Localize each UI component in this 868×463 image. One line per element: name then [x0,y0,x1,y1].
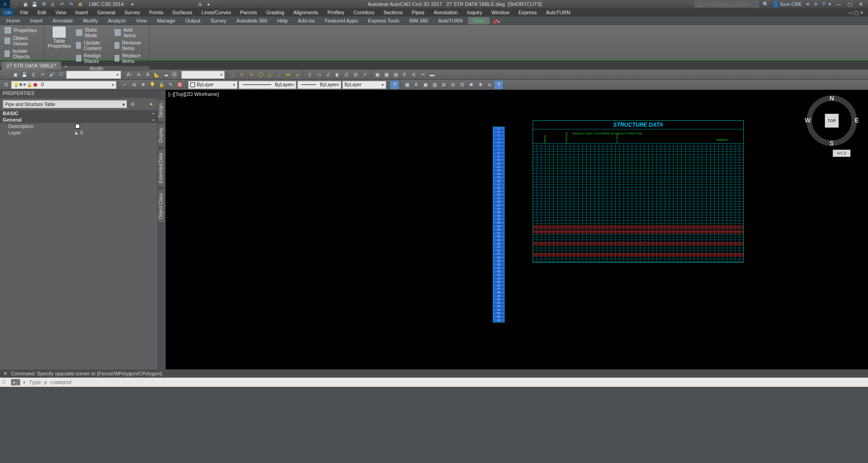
block-insert-icon[interactable]: ▦ [373,71,381,79]
xref-icon[interactable]: ⎘ [401,71,409,79]
lineweight-combo[interactable]: ByLayer [239,81,296,89]
palette-tab-objectclass[interactable]: Object Class [157,189,166,223]
dim-angular-icon[interactable]: ∠ [324,71,332,79]
qat-plot-icon[interactable]: ⎙ [50,1,56,7]
ribbon-tab-insert[interactable]: Insert [25,17,47,24]
ribbon-tab-featuredapps[interactable]: Featured Apps [320,17,362,24]
command-handle-icon[interactable]: ⠿ [2,379,8,385]
menu-view[interactable]: View [51,10,71,15]
qat-undo-icon[interactable]: ↶ [59,1,65,7]
tb-ts3-icon[interactable]: A [144,71,152,79]
block-edit-icon[interactable]: ▤ [391,71,400,79]
dim-linear-icon[interactable]: ▯ [306,71,314,79]
layer-lock-icon[interactable]: 🔒 [157,81,166,89]
property-value[interactable] [73,123,157,129]
ribbon-add-items[interactable]: Add Items [114,27,145,39]
menu-survey[interactable]: Survey [120,10,145,15]
qat-new-icon[interactable]: ▫ [13,1,19,7]
category-basic[interactable]: BASIC– [0,110,157,117]
close-button[interactable]: ✕ [857,1,864,7]
ribbon-tab-view[interactable]: View [131,17,151,24]
qat-share-icon[interactable]: ⇲ [196,1,203,7]
osnap-perp-icon[interactable]: ⟂ [275,71,283,79]
tb-plot-icon[interactable]: ⎙ [29,71,38,79]
ribbon-object-viewer[interactable]: Object Viewer [4,35,40,47]
viewcube-south[interactable]: S [829,139,834,147]
wcs-button[interactable]: WCS [833,150,851,157]
qat-share-dropdown-icon[interactable]: ▾ [206,1,212,7]
ribbon-update-content[interactable]: Update Content [75,39,109,51]
ribbon-tab-analyze[interactable]: Analyze [103,17,130,24]
workspace-gear-icon[interactable]: ✿ [77,1,83,7]
menu-file[interactable]: File [16,10,33,15]
menu-linescurves[interactable]: Lines/Curves [197,10,235,15]
menu-window[interactable]: Window [487,10,514,15]
ribbon-tab-expresstools[interactable]: Express Tools [363,17,404,24]
viewcube-east[interactable]: E [855,117,859,124]
ribbon-realign-stacks[interactable]: Realign Stacks [75,52,109,64]
dim-radius-icon[interactable]: ◐ [333,71,341,79]
menu-corridors[interactable]: Corridors [349,10,378,15]
ribbon-static-mode[interactable]: Static Mode [75,27,109,39]
menu-general[interactable]: General [93,10,120,15]
tb-find-icon[interactable]: 🗨 [57,71,65,79]
layer-combo[interactable]: 💡❄☀🔒 0 [11,81,117,89]
viewcube[interactable]: TOP N S E W [807,95,857,146]
property-row-description[interactable]: Description [0,123,157,129]
table-props-icon[interactable]: ☰ [458,81,466,89]
menu-alignments[interactable]: Alignments [289,10,323,15]
menu-sections[interactable]: Sections [379,10,407,15]
ribbon-isolate-objects[interactable]: Isolate Objects [4,48,40,60]
command-prompt-icon[interactable]: ▸_ [11,379,20,385]
workspace-name[interactable]: LMC C3D 2014 [86,1,127,7]
menu-inquiry[interactable]: Inquiry [462,10,487,15]
table-col-icon[interactable]: ▥ [430,81,439,89]
textstyle-combo[interactable] [181,71,225,79]
menu-pipes[interactable]: Pipes [407,10,429,15]
menu-autoturn[interactable]: AutoTURN [541,10,575,15]
ribbon-tab-manage[interactable]: Manage [152,17,180,24]
app-logo-icon[interactable]: A [0,0,10,8]
category-general[interactable]: General– [0,117,157,123]
ribbon-tab-bim360[interactable]: BIM 360 [405,17,433,24]
signed-in-user[interactable]: 👤 lcox-CRE [773,1,802,7]
menu-parcels[interactable]: Parcels [235,10,262,15]
tb-match-icon[interactable]: 🖌 [48,71,56,79]
menu-insert[interactable]: Insert [71,10,93,15]
menu-grading[interactable]: Grading [262,10,289,15]
ribbon-tab-table[interactable]: Table [468,17,489,24]
tb-cut-icon[interactable]: ✂ [39,71,47,79]
osnap-mid-icon[interactable]: ⊢ [238,71,246,79]
infocenter-search-icon[interactable]: 🔍 [762,1,769,7]
tb-revcloud-icon[interactable]: ☁ [162,71,170,79]
menu-annotation[interactable]: Annotation [429,10,462,15]
tb-save-icon[interactable]: 💾 [20,71,28,79]
table-create-icon[interactable]: ▦ [403,81,411,89]
tb-new-icon[interactable]: ▫ [2,71,10,79]
menu-edit[interactable]: Edit [33,10,51,15]
qat-open-icon[interactable]: ▣ [22,1,28,7]
viewcube-west[interactable]: W [805,117,811,124]
ribbon-tab-autoturn[interactable]: AutoTURN [434,17,467,24]
pickadd-icon[interactable]: ✦ [147,100,155,108]
plotstyle-combo[interactable]: ByLayer [342,81,386,89]
tb-text-icon[interactable]: A [171,72,178,78]
ribbon-tab-annotate[interactable]: Annotate [48,17,78,24]
osnap-int-icon[interactable]: ✕ [247,71,256,79]
dim-continue-icon[interactable]: ⊡ [342,71,351,79]
document-tab[interactable]: 27 STR DATA TABLE* [2,61,61,70]
layer-freeze-icon[interactable]: ❄ [139,81,147,89]
dim-leader-icon[interactable]: ↗ [361,71,369,79]
c3d-icon[interactable]: C3D [2,8,14,17]
ribbon-table-properties[interactable]: Table Properties [48,27,71,49]
ribbon-tab-autodesk360[interactable]: Autodesk 360 [232,17,272,24]
named-views-combo[interactable] [66,71,121,79]
property-row-layer[interactable]: Layer ◣0 [0,129,157,136]
osnap-endpoint-icon[interactable]: ⊥ [229,71,237,79]
qat-redo-icon[interactable]: ↷ [68,1,74,7]
tb-ts-icon[interactable]: A↕ [125,71,134,79]
command-close-icon[interactable]: ✕ [2,371,8,377]
table-text-icon[interactable]: A [412,81,420,89]
search-input[interactable] [695,1,759,7]
xref-clip-icon[interactable]: ✂ [419,71,427,79]
